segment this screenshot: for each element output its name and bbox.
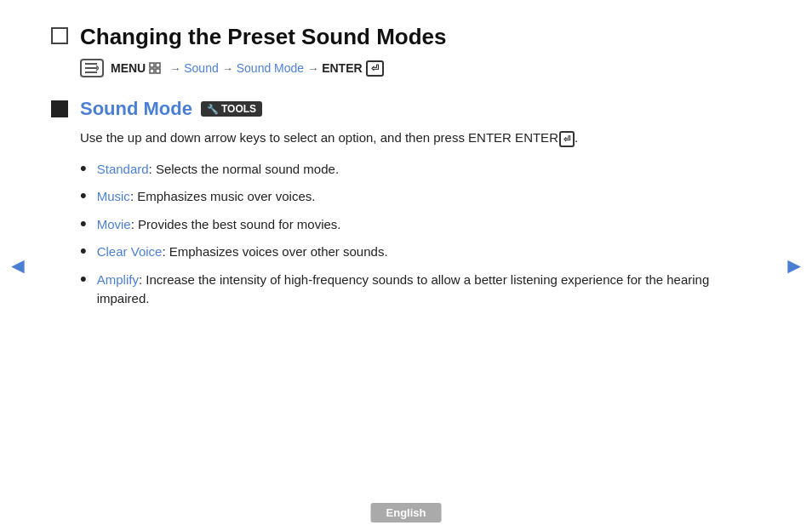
list-item-content: Movie: Provides the best sound for movie… bbox=[97, 215, 341, 235]
section-heading-row: Sound Mode 🔧 TOOLS bbox=[51, 98, 761, 120]
list-item: • Clear Voice: Emphasizes voices over ot… bbox=[80, 243, 761, 262]
bullet-list: • Standard: Selects the normal sound mod… bbox=[80, 160, 761, 309]
nav-arrow-left[interactable]: ◄ bbox=[7, 253, 29, 279]
language-badge: English bbox=[371, 503, 442, 522]
enter-inline-bold: ENTER bbox=[512, 130, 558, 145]
item-desc: : Emphasizes voices over other sounds. bbox=[162, 244, 387, 259]
bullet-dot: • bbox=[80, 242, 87, 260]
sound-link: Sound bbox=[184, 61, 218, 75]
svg-rect-3 bbox=[150, 63, 154, 67]
enter-icon-inline: ⏎ bbox=[559, 131, 575, 147]
menu-icon bbox=[80, 59, 104, 77]
list-item: • Movie: Provides the best sound for mov… bbox=[80, 215, 761, 235]
tools-label: TOOLS bbox=[221, 103, 256, 115]
list-item-content: Music: Emphasizes music over voices. bbox=[97, 187, 316, 207]
arrow3: → bbox=[307, 62, 318, 75]
sound-mode-link: Sound Mode bbox=[237, 61, 304, 75]
item-term: Music bbox=[97, 189, 130, 203]
list-item: • Amplify: Increase the intensity of hig… bbox=[80, 271, 761, 309]
arrow1: → bbox=[169, 62, 180, 75]
item-desc: : Emphasizes music over voices. bbox=[130, 189, 316, 203]
item-term: Standard bbox=[97, 162, 149, 176]
item-desc: : Increase the intensity of high-frequen… bbox=[97, 272, 710, 306]
tools-badge: 🔧 TOOLS bbox=[201, 101, 262, 117]
bullet-dot: • bbox=[80, 214, 87, 233]
arrow2: → bbox=[222, 62, 233, 75]
section-title: Sound Mode bbox=[80, 98, 192, 120]
list-item-content: Clear Voice: Emphasizes voices over othe… bbox=[97, 243, 388, 262]
item-term: Amplify bbox=[97, 272, 139, 287]
menu-label: MENU bbox=[111, 61, 146, 75]
page-title: Changing the Preset Sound Modes bbox=[80, 24, 446, 50]
enter-label: ENTER bbox=[322, 61, 362, 75]
item-term: Clear Voice bbox=[97, 244, 163, 259]
svg-rect-0 bbox=[85, 63, 97, 65]
svg-rect-2 bbox=[85, 71, 97, 73]
bullet-dot: • bbox=[80, 186, 87, 205]
body-text-content: Use the up and down arrow keys to select… bbox=[80, 130, 512, 145]
breadcrumb: MENU → Sound → Sound Mode → ENTER ⏎ bbox=[80, 59, 761, 77]
section-marker bbox=[51, 100, 68, 117]
heading-row: Changing the Preset Sound Modes bbox=[51, 24, 761, 50]
period: . bbox=[575, 130, 578, 145]
heading-checkbox bbox=[51, 27, 68, 44]
svg-rect-5 bbox=[150, 69, 154, 73]
nav-arrow-right[interactable]: ► bbox=[783, 253, 805, 279]
item-term: Movie bbox=[97, 217, 131, 231]
bullet-dot: • bbox=[80, 159, 87, 178]
svg-rect-4 bbox=[156, 63, 160, 67]
svg-rect-6 bbox=[156, 69, 160, 73]
enter-icon: ⏎ bbox=[366, 60, 384, 77]
svg-rect-1 bbox=[85, 67, 97, 69]
body-text: Use the up and down arrow keys to select… bbox=[80, 128, 761, 148]
main-content: Changing the Preset Sound Modes MENU → S… bbox=[0, 0, 812, 334]
tools-icon: 🔧 bbox=[207, 104, 219, 115]
item-desc: : Selects the normal sound mode. bbox=[149, 162, 339, 176]
list-item: • Music: Emphasizes music over voices. bbox=[80, 187, 761, 207]
item-desc: : Provides the best sound for movies. bbox=[131, 217, 341, 231]
bullet-dot: • bbox=[80, 270, 87, 288]
list-item-content: Standard: Selects the normal sound mode. bbox=[97, 160, 339, 180]
footer: English bbox=[371, 505, 442, 519]
list-item: • Standard: Selects the normal sound mod… bbox=[80, 160, 761, 180]
menu-grid-icon bbox=[149, 62, 166, 74]
list-item-content: Amplify: Increase the intensity of high-… bbox=[97, 271, 761, 309]
